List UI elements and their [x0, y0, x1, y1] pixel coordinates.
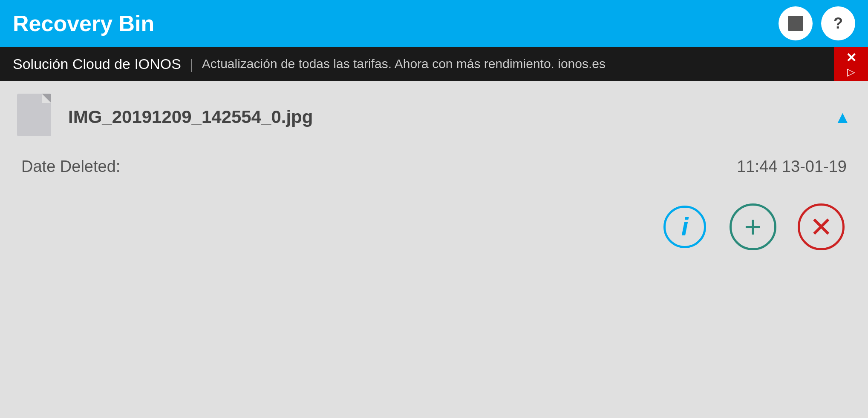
date-label: Date Deleted:: [21, 157, 120, 176]
action-buttons: i + ✕: [17, 201, 851, 252]
date-value: 11:44 13-01-19: [737, 157, 847, 176]
delete-icon: ✕: [798, 203, 845, 250]
info-button[interactable]: i: [659, 201, 710, 252]
header: Recovery Bin ?: [0, 0, 868, 47]
ad-banner: Solución Cloud de IONOS | Actualización …: [0, 47, 868, 81]
ad-text: Actualización de todas las tarifas. Ahor…: [202, 57, 606, 71]
stop-button[interactable]: [779, 6, 813, 40]
file-item: IMG_20191209_142554_0.jpg ▲: [17, 94, 851, 140]
ad-play-icon: ▷: [847, 66, 855, 78]
stop-icon: [788, 16, 803, 31]
ad-divider: |: [190, 56, 193, 72]
file-icon: [17, 94, 51, 136]
file-icon-container: [17, 94, 55, 140]
restore-button[interactable]: +: [727, 201, 779, 252]
restore-icon: +: [730, 203, 776, 250]
expand-arrow-icon[interactable]: ▲: [834, 108, 851, 127]
info-icon: i: [663, 206, 706, 248]
delete-button[interactable]: ✕: [796, 201, 847, 252]
ad-brand: Solución Cloud de IONOS: [13, 56, 181, 72]
file-name: IMG_20191209_142554_0.jpg: [68, 107, 851, 127]
main-content: IMG_20191209_142554_0.jpg ▲ Date Deleted…: [0, 81, 868, 418]
help-icon: ?: [833, 14, 843, 32]
help-button[interactable]: ?: [821, 6, 855, 40]
page-title: Recovery Bin: [13, 11, 154, 36]
date-row: Date Deleted: 11:44 13-01-19: [17, 157, 851, 176]
ad-close-icon: ✕: [846, 50, 856, 65]
header-actions: ?: [779, 6, 855, 40]
ad-close-area[interactable]: ✕ ▷: [834, 47, 868, 81]
